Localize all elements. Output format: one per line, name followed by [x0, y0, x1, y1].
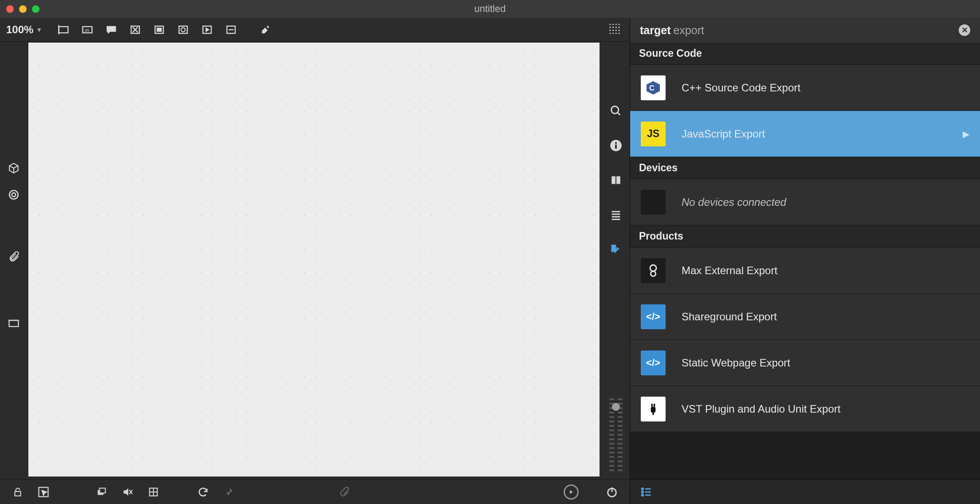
svg-point-24: [615, 29, 617, 31]
panel-body: Source Code C C++ Source Code Export JS …: [630, 43, 980, 479]
device-placeholder-icon: [641, 190, 666, 215]
info-icon[interactable]: [609, 138, 623, 153]
play-button[interactable]: [561, 483, 581, 501]
patcher-canvas[interactable]: [28, 43, 600, 476]
mute-icon[interactable]: [118, 483, 137, 501]
toggle-tool-button[interactable]: [125, 21, 146, 38]
svg-point-14: [609, 24, 611, 25]
power-icon[interactable]: [602, 483, 622, 501]
search-icon[interactable]: [609, 104, 623, 118]
svg-rect-46: [15, 491, 21, 496]
svg-point-63: [651, 271, 655, 276]
svg-point-30: [9, 190, 18, 199]
export-item-label: Static Webpage Export: [682, 357, 790, 369]
export-item-max[interactable]: Max External Export: [630, 248, 980, 294]
slider-tool-button[interactable]: [220, 21, 242, 38]
attach-bottom-icon[interactable]: [334, 483, 354, 501]
export-item-cpp[interactable]: C C++ Source Code Export: [630, 65, 980, 111]
export-item-label: C++ Source Code Export: [682, 82, 800, 94]
chevron-right-icon: ▶: [963, 129, 969, 139]
svg-point-20: [615, 27, 617, 28]
svg-point-10: [181, 28, 185, 32]
export-item-label: VST Plugin and Audio Unit Export: [682, 403, 840, 415]
svg-rect-32: [9, 320, 19, 327]
pin-icon[interactable]: [219, 483, 239, 501]
svg-point-18: [609, 27, 611, 28]
chevron-down-icon: ▼: [36, 26, 42, 33]
svg-rect-45: [612, 245, 616, 252]
list-icon[interactable]: [609, 208, 623, 222]
svg-point-34: [612, 106, 619, 114]
window-title: untitled: [474, 3, 506, 15]
max-icon: [641, 258, 666, 283]
bang-tool-button[interactable]: [196, 21, 218, 38]
svg-point-70: [642, 491, 643, 493]
editor-area: 100% ▼ m: [0, 18, 630, 504]
devices-empty-text: No devices connected: [682, 196, 786, 209]
plug-icon: [641, 397, 666, 421]
paint-tool-button[interactable]: [255, 21, 276, 38]
zoom-dropdown[interactable]: 100% ▼: [6, 24, 50, 36]
number-tool-button[interactable]: [172, 21, 194, 38]
svg-point-29: [618, 32, 619, 34]
layers-icon[interactable]: [92, 483, 112, 501]
export-item-vst[interactable]: VST Plugin and Audio Unit Export: [630, 386, 980, 432]
panel-close-button[interactable]: ✕: [959, 24, 970, 36]
section-products: Products: [630, 225, 980, 248]
presentation-icon[interactable]: [7, 317, 20, 330]
zoom-window-button[interactable]: [32, 5, 39, 13]
zoom-value: 100%: [6, 24, 33, 36]
attachment-icon[interactable]: [7, 250, 20, 264]
lock-icon[interactable]: [8, 483, 27, 501]
export-icon[interactable]: [609, 242, 623, 256]
svg-rect-49: [100, 488, 106, 493]
panel-footer: [630, 479, 980, 504]
export-item-shareground[interactable]: </> Shareground Export: [630, 294, 980, 340]
cube-icon[interactable]: [7, 161, 20, 175]
code-icon: </>: [641, 350, 666, 375]
top-toolbar: 100% ▼ m: [0, 18, 630, 42]
minimize-window-button[interactable]: [19, 5, 27, 13]
section-devices: Devices: [630, 157, 980, 179]
svg-rect-64: [651, 406, 656, 412]
export-item-label: JavaScript Export: [682, 128, 765, 140]
svg-point-37: [615, 142, 617, 144]
message-tool-button[interactable]: m: [77, 21, 98, 38]
svg-point-15: [612, 24, 614, 25]
js-icon: JS: [641, 122, 666, 146]
svg-point-16: [615, 24, 617, 25]
export-item-label: Max External Export: [682, 264, 777, 277]
svg-text:m: m: [85, 27, 89, 32]
svg-rect-40: [616, 176, 620, 184]
object-tool-button[interactable]: [53, 21, 74, 38]
target-circle-icon[interactable]: [7, 188, 20, 201]
svg-point-68: [642, 488, 643, 490]
svg-line-35: [618, 113, 620, 115]
panel-title-light: export: [673, 24, 704, 37]
svg-point-17: [618, 24, 619, 25]
cursor-select-icon[interactable]: [34, 483, 53, 501]
audio-level-meter[interactable]: [608, 381, 624, 474]
close-window-button[interactable]: [6, 5, 14, 13]
export-item-js[interactable]: JS JavaScript Export ▶: [630, 111, 980, 157]
bottom-toolbar: [0, 479, 630, 504]
button-tool-button[interactable]: [149, 21, 170, 38]
svg-rect-39: [612, 176, 615, 184]
refresh-icon[interactable]: [193, 483, 213, 501]
comment-tool-button[interactable]: [101, 21, 122, 38]
svg-point-62: [650, 265, 656, 271]
grid-toggle-icon[interactable]: [144, 483, 163, 501]
level-knob[interactable]: [612, 403, 620, 411]
export-item-static[interactable]: </> Static Webpage Export: [630, 340, 980, 386]
snap-grid-button[interactable]: [608, 22, 623, 38]
svg-point-21: [618, 27, 619, 28]
titlebar: untitled: [0, 0, 980, 18]
svg-text:C: C: [649, 84, 655, 92]
export-item-label: Shareground Export: [682, 311, 777, 323]
code-icon: </>: [641, 304, 666, 329]
panel-title-strong: target: [640, 24, 670, 37]
panel-list-icon[interactable]: [640, 486, 652, 498]
columns-icon[interactable]: [609, 173, 623, 187]
svg-point-72: [642, 494, 643, 496]
svg-rect-8: [157, 28, 161, 31]
